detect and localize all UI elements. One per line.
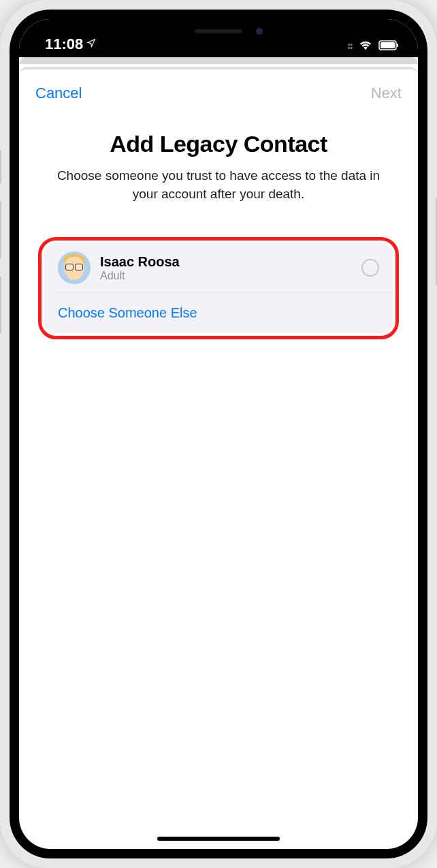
next-button[interactable]: Next xyxy=(371,84,402,102)
status-time: 11:08 xyxy=(45,35,83,53)
cellular-weak-icon: •••• xyxy=(348,43,353,50)
avatar xyxy=(58,251,91,284)
radio-unselected-icon[interactable] xyxy=(361,259,379,277)
mute-switch xyxy=(0,150,1,184)
contact-row[interactable]: Isaac Roosa Adult xyxy=(44,243,393,292)
volume-up-button xyxy=(0,201,1,259)
front-camera xyxy=(256,28,263,35)
screen: 11:08 •••• Cancel xyxy=(19,19,418,849)
location-services-icon xyxy=(86,38,96,50)
contact-card: Isaac Roosa Adult Choose Someone Else xyxy=(44,243,393,333)
battery-icon xyxy=(378,40,399,53)
nav-bar: Cancel Next xyxy=(19,75,418,112)
page-title: Add Legacy Contact xyxy=(38,131,399,157)
background-sheet-edge xyxy=(19,57,418,64)
cancel-button[interactable]: Cancel xyxy=(35,84,82,102)
svg-rect-2 xyxy=(397,44,398,47)
page-subtitle: Choose someone you trust to have access … xyxy=(38,167,399,203)
contact-role: Adult xyxy=(100,270,361,282)
home-indicator[interactable] xyxy=(157,837,280,841)
svg-rect-1 xyxy=(381,42,395,48)
contact-name: Isaac Roosa xyxy=(100,254,361,270)
annotation-highlight: Isaac Roosa Adult Choose Someone Else xyxy=(38,237,399,339)
modal-sheet xyxy=(19,67,418,75)
choose-someone-else-button[interactable]: Choose Someone Else xyxy=(44,293,393,333)
volume-down-button xyxy=(0,276,1,334)
speaker-grille xyxy=(195,29,242,33)
phone-frame: 11:08 •••• Cancel xyxy=(0,0,437,868)
wifi-icon xyxy=(358,40,373,53)
notch xyxy=(137,19,300,44)
